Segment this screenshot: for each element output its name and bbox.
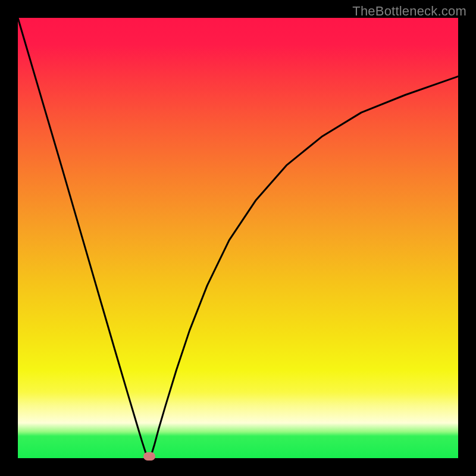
plot-area	[18, 18, 458, 458]
curve-svg	[18, 18, 458, 458]
optimal-point-marker	[143, 452, 155, 461]
watermark-text: TheBottleneck.com	[352, 4, 466, 19]
bottleneck-curve	[18, 18, 458, 458]
chart-container: TheBottleneck.com	[0, 0, 476, 476]
